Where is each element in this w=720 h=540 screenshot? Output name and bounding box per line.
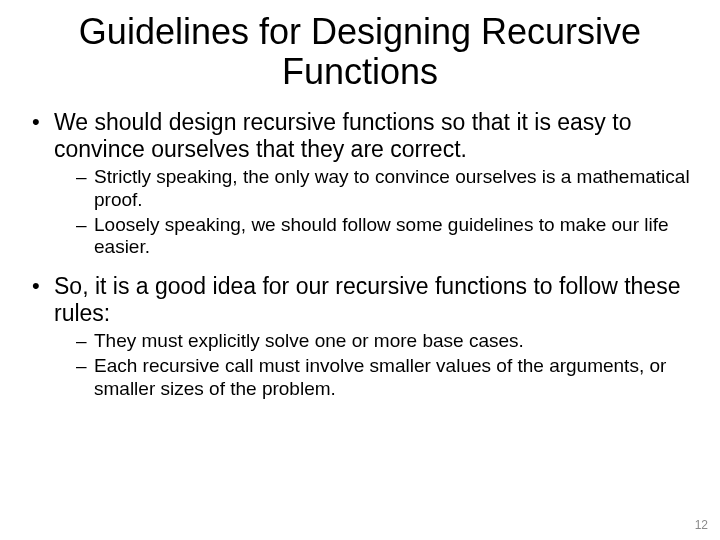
list-item: So, it is a good idea for our recursive … [28, 273, 692, 400]
slide: Guidelines for Designing Recursive Funct… [0, 0, 720, 540]
slide-body: We should design recursive functions so … [0, 91, 720, 400]
page-number: 12 [695, 518, 708, 532]
slide-title: Guidelines for Designing Recursive Funct… [0, 0, 720, 91]
list-item: They must explicitly solve one or more b… [76, 330, 692, 353]
sub-bullet-list: Strictly speaking, the only way to convi… [54, 166, 692, 259]
list-item: Loosely speaking, we should follow some … [76, 214, 692, 260]
list-item: We should design recursive functions so … [28, 109, 692, 259]
list-item: Strictly speaking, the only way to convi… [76, 166, 692, 212]
bullet-text: They must explicitly solve one or more b… [94, 330, 524, 351]
bullet-text: Loosely speaking, we should follow some … [94, 214, 669, 258]
sub-bullet-list: They must explicitly solve one or more b… [54, 330, 692, 400]
bullet-text: Strictly speaking, the only way to convi… [94, 166, 690, 210]
bullet-text: Each recursive call must involve smaller… [94, 355, 666, 399]
bullet-list: We should design recursive functions so … [28, 109, 692, 400]
list-item: Each recursive call must involve smaller… [76, 355, 692, 401]
bullet-text: We should design recursive functions so … [54, 109, 631, 161]
bullet-text: So, it is a good idea for our recursive … [54, 273, 680, 325]
